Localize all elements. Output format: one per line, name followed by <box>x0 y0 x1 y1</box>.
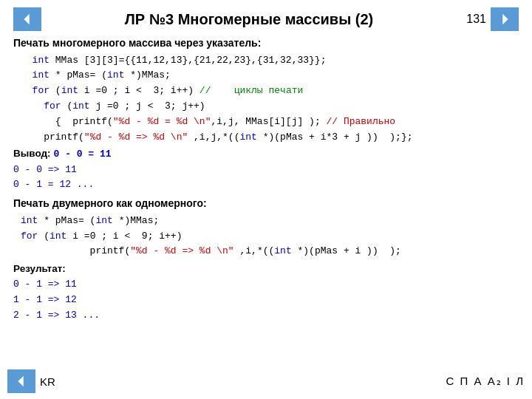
footer-kr-label: KR <box>40 375 55 388</box>
code-line-1: int MMas [3][3]={{11,12,13},{21,22,23},{… <box>21 53 519 69</box>
footer-nav-label: С П А А₂ І Л <box>446 375 525 388</box>
result-line-2: 1 - 1 => 12 <box>13 293 519 308</box>
code-line-2: int * pMas= (int *)MMas; <box>21 68 519 83</box>
footer-nav-left: KR <box>7 369 55 393</box>
output-block-1: 0 - 0 => 11 0 - 1 = 12 ... <box>13 163 519 194</box>
output-block-2: 0 - 1 => 11 1 - 1 => 12 2 - 1 => 13 ... <box>13 277 519 323</box>
svg-marker-2 <box>18 376 23 387</box>
footer: KR С П А А₂ І Л <box>0 369 532 393</box>
result-label-row: Результат: <box>13 262 519 277</box>
code-line-4: for (int j =0 ; j < 3; j++) <box>21 99 519 115</box>
result-label: Результат: <box>13 263 66 274</box>
code-line-5: { printf("%d - %d = %d \n",i,j, MMas[i][… <box>21 115 519 130</box>
page-number: 131 <box>457 13 486 26</box>
code-block-1: int MMas [3][3]={{11,12,13},{21,22,23},{… <box>21 53 519 146</box>
code2-line-1: int * pMas= (int *)MMas; <box>21 214 519 229</box>
next-button[interactable] <box>491 7 519 31</box>
code2-line-3: printf("%d - %d => %d \n" ,i,*((int *)(p… <box>21 244 519 259</box>
result-line-3: 2 - 1 => 13 ... <box>13 308 519 324</box>
page-title: ЛР №3 Многомерные массивы (2) <box>41 11 457 28</box>
code2-line-2: for (int i =0 ; i < 9; i++) <box>21 229 519 245</box>
vyvod-row: Вывод: 0 - 0 = 11 <box>13 146 519 162</box>
section1-title: Печать многомерного массива через указат… <box>13 35 519 52</box>
page: ЛР №3 Многомерные массивы (2) 131 Печать… <box>0 0 532 399</box>
output-line-2: 0 - 1 = 12 ... <box>13 177 519 193</box>
output-line-1: 0 - 0 => 11 <box>13 163 519 178</box>
vyvod-inline: 0 - 0 = 11 <box>54 147 112 162</box>
result-line-1: 0 - 1 => 11 <box>13 277 519 293</box>
code-block-2: int * pMas= (int *)MMas; for (int i =0 ;… <box>21 214 519 259</box>
section2-title: Печать двумерного как одномерного: <box>13 196 519 212</box>
prev-button[interactable] <box>13 7 41 31</box>
footer-prev-button[interactable] <box>7 369 35 393</box>
code-line-3: for (int i =0 ; i < 3; i++) // циклы печ… <box>21 83 519 99</box>
svg-marker-1 <box>502 14 508 25</box>
content-area: Печать многомерного массива через указат… <box>13 35 519 324</box>
code-line-6: printf("%d - %d => %d \n" ,i,j,*((int *)… <box>21 130 519 146</box>
vyvod-label: Вывод: <box>13 146 51 162</box>
header: ЛР №3 Многомерные массивы (2) 131 <box>13 7 519 31</box>
svg-marker-0 <box>24 14 29 25</box>
